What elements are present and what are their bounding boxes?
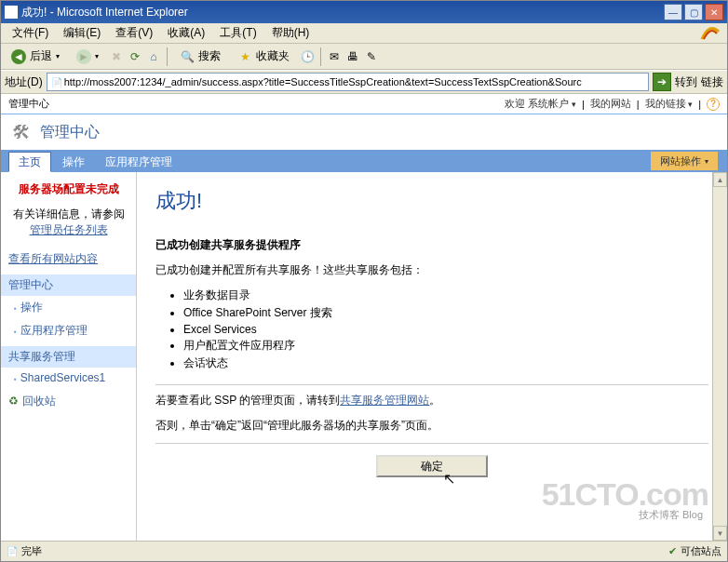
forward-icon: ► — [76, 49, 91, 64]
tab-app-management[interactable]: 应用程序管理 — [96, 152, 182, 172]
links-label[interactable]: 链接 — [701, 74, 723, 90]
scroll-track[interactable] — [713, 187, 727, 526]
warning-subtext: 有关详细信息，请参阅管理员任务列表 — [1, 207, 136, 238]
breadcrumb[interactable]: 管理中心 — [8, 97, 49, 111]
nav-app-management[interactable]: 应用程序管理 — [1, 319, 136, 342]
dropdown-icon: ▾ — [56, 52, 60, 60]
section-heading: 已成功创建共享服务提供程序 — [155, 237, 708, 253]
nav-section-ssp: 共享服务管理 — [1, 346, 136, 368]
tab-strip: 主页 操作 应用程序管理 网站操作 ▾ — [1, 150, 727, 172]
page-body: 服务器场配置未完成 有关详细信息，请参阅管理员任务列表 查看所有网站内容 管理中… — [1, 172, 727, 541]
nav-sharedservices1[interactable]: SharedServices1 — [1, 368, 136, 388]
sharepoint-top-bar: 管理中心 欢迎 系统帐户 | 我的网站 | 我的链接 | ? — [1, 94, 727, 114]
search-label: 搜索 — [198, 48, 221, 64]
dropdown-icon: ▾ — [705, 157, 708, 166]
divider — [155, 443, 708, 444]
go-button[interactable]: ➔ — [653, 73, 671, 91]
zone-label: 可信站点 — [681, 544, 721, 558]
main-content: 成功! 已成功创建共享服务提供程序 已成功创建并配置所有共享服务！这些共享服务包… — [137, 172, 727, 541]
view-all-link[interactable]: 查看所有网站内容 — [8, 252, 98, 265]
button-row: 确定 ↖ — [155, 455, 708, 477]
menu-favorites[interactable]: 收藏(A) — [160, 23, 212, 43]
toolbar: ◄ 后退 ▾ ► ▾ ✖ ⟳ ⌂ 🔍 搜索 ★ 收藏夹 🕒 ✉ 🖶 ✎ — [1, 44, 727, 70]
nav-section-admin: 管理中心 — [1, 274, 136, 296]
site-actions-label: 网站操作 — [660, 154, 701, 168]
ssp-admin-link[interactable]: 共享服务管理网站 — [340, 394, 429, 407]
list-item: Excel Services — [183, 323, 708, 336]
history-icon[interactable]: 🕒 — [300, 49, 315, 64]
menu-file[interactable]: 文件(F) — [5, 23, 56, 43]
site-actions-menu[interactable]: 网站操作 ▾ — [651, 152, 718, 170]
recycle-label: 回收站 — [22, 394, 56, 409]
back-button[interactable]: ◄ 后退 ▾ — [5, 47, 66, 67]
list-item: 会话状态 — [183, 355, 708, 371]
recycle-bin-link[interactable]: ♻ 回收站 — [1, 388, 136, 415]
vertical-scrollbar[interactable]: ▲ ▼ — [712, 172, 727, 541]
divider — [155, 384, 708, 385]
menu-help[interactable]: 帮助(H) — [264, 23, 317, 43]
status-bar: 📄 完毕 ✔ 可信站点 — [1, 541, 727, 561]
return-paragraph: 否则，单击“确定”返回“管理此服务器场的共享服务”页面。 — [155, 418, 708, 434]
list-item: 业务数据目录 — [183, 288, 708, 303]
search-icon: 🔍 — [180, 49, 195, 64]
p2-suf: 。 — [429, 394, 440, 407]
separator: | — [582, 99, 585, 110]
favorites-button[interactable]: ★ 收藏夹 — [231, 47, 296, 67]
title-bar: 成功! - Microsoft Internet Explorer — ▢ ✕ — [1, 1, 727, 23]
nav-view-all[interactable]: 查看所有网站内容 — [1, 248, 136, 271]
back-label: 后退 — [30, 48, 52, 64]
separator: | — [698, 99, 701, 110]
separator: | — [637, 99, 640, 110]
welcome-menu[interactable]: 欢迎 系统帐户 — [505, 97, 576, 111]
list-item: Office SharePoint Server 搜索 — [183, 305, 708, 321]
address-input[interactable]: 📄 http://moss2007:1234/_admin/success.as… — [47, 73, 649, 91]
forward-button[interactable]: ► ▾ — [70, 47, 105, 67]
services-list: 业务数据目录 Office SharePoint Server 搜索 Excel… — [183, 288, 708, 371]
nav-operations[interactable]: 操作 — [1, 296, 136, 319]
go-label[interactable]: 转到 — [675, 74, 697, 90]
close-button[interactable]: ✕ — [705, 4, 723, 20]
stop-icon[interactable]: ✖ — [109, 49, 124, 64]
recycle-icon: ♻ — [8, 395, 19, 408]
mail-icon[interactable]: ✉ — [327, 49, 342, 64]
edit-icon[interactable]: ✎ — [364, 49, 379, 64]
menu-view[interactable]: 查看(V) — [108, 23, 160, 43]
separator — [167, 47, 168, 66]
site-title-row: 🛠 管理中心 — [1, 114, 727, 150]
url-text: http://moss2007:1234/_admin/success.aspx… — [64, 76, 582, 87]
zone-icon: ✔ — [668, 545, 677, 557]
search-button[interactable]: 🔍 搜索 — [173, 47, 227, 67]
mylinks-menu[interactable]: 我的链接 — [645, 97, 694, 111]
list-item: 用户配置文件应用程序 — [183, 338, 708, 354]
page-icon — [5, 6, 18, 19]
menu-edit[interactable]: 编辑(E) — [56, 23, 108, 43]
address-label: 地址(D) — [5, 74, 43, 90]
page-icon: 📄 — [7, 546, 18, 556]
tab-operations[interactable]: 操作 — [53, 152, 94, 172]
p2-pre: 若要查看此 SSP 的管理页面，请转到 — [155, 394, 340, 407]
back-icon: ◄ — [11, 49, 26, 64]
farm-config-warning: 服务器场配置未完成 — [1, 181, 136, 197]
window-buttons: — ▢ ✕ — [664, 4, 723, 20]
tab-home[interactable]: 主页 — [8, 152, 51, 172]
menu-tools[interactable]: 工具(T) — [212, 23, 263, 43]
star-icon: ★ — [237, 49, 252, 64]
help-icon[interactable]: ? — [707, 98, 720, 111]
favorites-label: 收藏夹 — [256, 48, 290, 64]
page-viewport: 管理中心 欢迎 系统帐户 | 我的网站 | 我的链接 | ? 🛠 管理中心 主页… — [1, 94, 727, 541]
separator — [320, 47, 321, 66]
site-title[interactable]: 管理中心 — [40, 123, 100, 142]
warning-subtext-pre: 有关详细信息，请参阅 — [13, 207, 125, 221]
scroll-down-icon[interactable]: ▼ — [713, 526, 727, 541]
maximize-button[interactable]: ▢ — [684, 4, 703, 20]
ie-logo-icon — [697, 25, 723, 42]
home-icon[interactable]: ⌂ — [146, 49, 161, 64]
minimize-button[interactable]: — — [664, 4, 682, 20]
ok-button[interactable]: 确定 — [376, 455, 488, 477]
mysite-link[interactable]: 我的网站 — [590, 97, 631, 111]
refresh-icon[interactable]: ⟳ — [128, 49, 142, 64]
go-icon: ➔ — [657, 75, 667, 88]
print-icon[interactable]: 🖶 — [345, 49, 360, 64]
scroll-up-icon[interactable]: ▲ — [713, 172, 727, 187]
admin-tasks-link[interactable]: 管理员任务列表 — [30, 223, 108, 236]
